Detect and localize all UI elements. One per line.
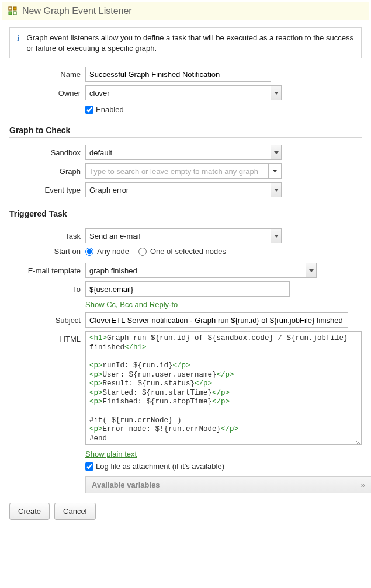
html-tag: </p>	[173, 361, 190, 370]
to-label: To	[9, 285, 85, 294]
html-tag: </p>	[195, 380, 212, 388]
html-tag: </p>	[212, 398, 230, 406]
button-bar: Create Cancel	[9, 503, 362, 520]
log-attachment-label: Log file as attachment (if it's availabl…	[96, 462, 224, 471]
html-tag: </h1>	[124, 343, 147, 352]
name-input[interactable]	[85, 67, 271, 82]
html-text: Finished: ${run.stopTime}	[103, 398, 213, 406]
enabled-checkbox[interactable]: Enabled	[85, 105, 362, 114]
chevron-down-icon	[271, 145, 281, 159]
radio-one-node-label: One of selected nodes	[150, 247, 226, 256]
graph-search-input[interactable]	[86, 164, 268, 178]
show-cc-bcc-link[interactable]: Show Cc, Bcc and Reply-to	[85, 300, 178, 309]
start-on-radio-group: Any node One of selected nodes	[85, 247, 226, 256]
info-box: i Graph event listeners allow you to def…	[9, 27, 362, 58]
chevron-down-icon	[271, 183, 281, 197]
email-template-value: graph finished	[89, 266, 137, 275]
task-label: Task	[9, 232, 85, 241]
html-tag: </p>	[217, 371, 234, 379]
caret-down-icon[interactable]	[268, 164, 281, 178]
show-plain-text-link[interactable]: Show plain text	[85, 450, 137, 458]
event-type-select[interactable]: Graph error	[85, 182, 282, 197]
graph-label: Graph	[9, 167, 85, 176]
event-type-value: Graph error	[89, 186, 129, 194]
radio-one-node[interactable]	[138, 248, 147, 256]
info-icon: i	[16, 33, 21, 43]
task-select-value: Send an e-mail	[89, 232, 140, 241]
chevron-down-icon	[306, 263, 316, 277]
log-attachment-checkbox-input[interactable]	[85, 462, 93, 471]
panel-body: i Graph event listeners allow you to def…	[2, 20, 369, 528]
task-select[interactable]: Send an e-mail	[85, 228, 282, 243]
create-button[interactable]: Create	[9, 503, 50, 520]
svg-rect-0	[9, 7, 12, 10]
html-tag: <p>	[89, 371, 103, 379]
html-tag: <p>	[89, 425, 103, 433]
svg-rect-2	[9, 12, 12, 15]
panel-header: New Graph Event Listener	[2, 2, 369, 20]
html-text: Started: ${run.startTime}	[103, 389, 213, 397]
svg-rect-3	[13, 12, 16, 15]
owner-label: Owner	[9, 89, 85, 98]
log-attachment-checkbox[interactable]: Log file as attachment (if it's availabl…	[85, 462, 362, 471]
subject-label: Subject	[9, 316, 85, 325]
sandbox-label: Sandbox	[9, 148, 85, 157]
start-on-any-node[interactable]: Any node	[85, 247, 129, 256]
available-variables-accordion[interactable]: Available variables »	[85, 476, 371, 493]
html-text: User: ${run.user.username}	[103, 371, 217, 379]
listener-icon	[8, 6, 18, 16]
chevron-right-icon: »	[361, 481, 365, 489]
html-body-area[interactable]: <h1>Graph run ${run.id} of ${sandbox.cod…	[85, 331, 362, 445]
start-on-selected-node[interactable]: One of selected nodes	[138, 247, 226, 256]
email-template-label: E-mail template	[9, 266, 85, 275]
radio-any-node[interactable]	[85, 248, 93, 256]
cancel-button[interactable]: Cancel	[54, 503, 95, 520]
available-variables-label: Available variables	[92, 481, 160, 489]
html-tag: <p>	[89, 398, 103, 406]
enabled-label: Enabled	[96, 105, 124, 114]
section-triggered-task: Triggered Task	[9, 209, 362, 221]
html-tag: <h1>	[89, 334, 107, 342]
html-tag: </p>	[221, 425, 238, 433]
name-label: Name	[9, 70, 85, 79]
event-type-label: Event type	[9, 186, 85, 194]
html-body-content[interactable]: <h1>Graph run ${run.id} of ${sandbox.cod…	[86, 332, 361, 444]
chevron-down-icon	[271, 229, 281, 243]
resize-grip-icon[interactable]	[354, 437, 360, 443]
owner-select-value: clover	[89, 89, 110, 98]
svg-rect-1	[13, 7, 16, 10]
panel: New Graph Event Listener i Graph event l…	[2, 2, 369, 528]
html-label: HTML	[9, 331, 85, 343]
sandbox-select-value: default	[89, 148, 112, 157]
html-tag: <p>	[89, 361, 103, 370]
owner-select[interactable]: clover	[85, 85, 282, 100]
info-text: Graph event listeners allow you to defin…	[27, 33, 355, 53]
graph-combobox[interactable]	[85, 163, 282, 179]
chevron-down-icon	[271, 86, 281, 100]
html-tag: <p>	[89, 389, 103, 397]
html-text: Error node: $!{run.errNode}	[103, 425, 221, 433]
start-on-label: Start on	[9, 247, 85, 256]
section-graph-check: Graph to Check	[9, 126, 362, 138]
html-text: runId: ${run.id}	[103, 361, 173, 370]
html-tag: <p>	[89, 380, 103, 388]
sandbox-select[interactable]: default	[85, 145, 282, 160]
radio-any-node-label: Any node	[97, 247, 129, 256]
email-template-select[interactable]: graph finished	[85, 263, 317, 278]
html-text: #if( ${run.errNode} )	[89, 416, 182, 425]
enabled-checkbox-input[interactable]	[85, 106, 93, 114]
html-tag: </p>	[212, 389, 230, 397]
subject-input[interactable]	[85, 312, 348, 328]
html-text: Result: ${run.status}	[103, 380, 195, 388]
panel-title: New Graph Event Listener	[22, 6, 132, 16]
to-input[interactable]	[85, 281, 290, 297]
html-text: #end	[89, 434, 107, 443]
